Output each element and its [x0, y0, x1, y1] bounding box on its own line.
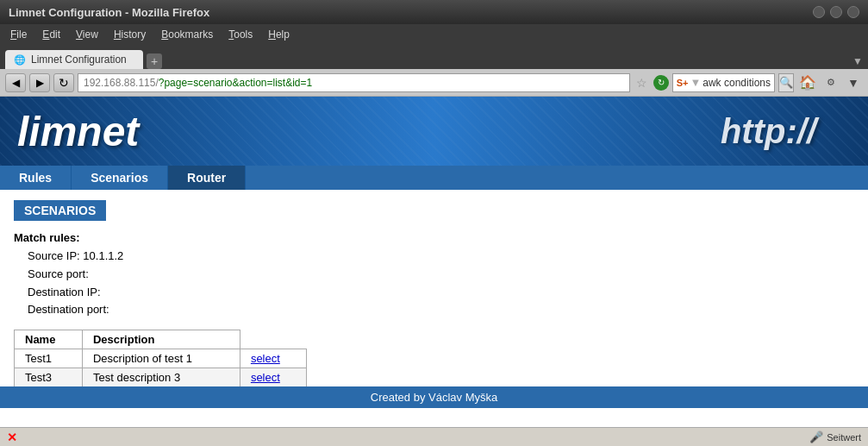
limnet-content: SCENARIOS Match rules: Source IP: 10.1.1…: [0, 190, 868, 398]
menu-file[interactable]: File: [3, 27, 34, 42]
table-cell-description: Description of test 1: [82, 349, 240, 368]
dest-ip-label: Destination IP:: [28, 286, 101, 298]
nav-rules[interactable]: Rules: [0, 166, 72, 190]
search-divider: ▼: [690, 76, 701, 89]
url-bar[interactable]: 192.168.88.115/?page=scenario&action=lis…: [78, 73, 630, 92]
table-cell-action: select: [240, 368, 306, 387]
seitwert-label: Seitwert: [827, 432, 861, 443]
nav-extra-icon[interactable]: ⚙: [821, 73, 840, 92]
match-rules-title: Match rules:: [14, 231, 854, 244]
scenarios-title: SCENARIOS: [14, 200, 106, 221]
table-row: Test3 Test description 3 select: [15, 368, 307, 387]
table-cell-name: Test1: [15, 349, 83, 368]
search-input[interactable]: awk conditions: [703, 77, 771, 89]
new-tab-button[interactable]: +: [147, 53, 162, 69]
window-controls: [813, 6, 859, 18]
limnet-http-text: http://: [721, 112, 816, 151]
search-go-button[interactable]: 🔍: [778, 73, 794, 92]
nav-menu-icon[interactable]: ▼: [844, 73, 863, 92]
limnet-footer: Created by Václav Myška: [0, 386, 868, 408]
nav-scenarios[interactable]: Scenarios: [72, 166, 168, 190]
bookmark-star-icon[interactable]: ☆: [636, 76, 647, 90]
match-rules-section: Match rules: Source IP: 10.1.1.2 Source …: [14, 231, 854, 319]
back-button[interactable]: ◀: [5, 73, 26, 92]
menu-tools[interactable]: Tools: [222, 27, 259, 42]
scenarios-table: Name Description Test1 Description of te…: [14, 330, 307, 387]
menu-edit[interactable]: Edit: [35, 27, 67, 42]
table-header-description: Description: [82, 330, 240, 349]
table-cell-name: Test3: [15, 368, 83, 387]
close-btn[interactable]: [847, 6, 859, 18]
statusbar: ✕ 🎤 Seitwert: [0, 427, 868, 446]
nav-router[interactable]: Router: [168, 166, 246, 190]
refresh-green-icon[interactable]: ↻: [653, 75, 669, 91]
search-engine-icon: S+: [677, 78, 689, 88]
statusbar-right: 🎤 Seitwert: [809, 430, 861, 443]
source-ip-label: Source IP:: [28, 249, 80, 262]
dest-port-label: Destination port:: [28, 303, 109, 316]
dest-port-row: Destination port:: [28, 301, 854, 319]
source-ip-row: Source IP: 10.1.1.2: [28, 248, 854, 266]
tabbar: 🌐 Limnet Configuration + ▼: [0, 45, 868, 69]
search-bar[interactable]: S+ ▼ awk conditions: [672, 73, 775, 92]
status-error-icon: ✕: [7, 430, 17, 444]
source-port-row: Source port:: [28, 266, 854, 284]
limnet-header: limnet http://: [0, 97, 868, 166]
menu-history[interactable]: History: [107, 27, 153, 42]
url-text: 192.168.88.115/?page=scenario&action=lis…: [84, 77, 312, 89]
limnet-nav: Rules Scenarios Router: [0, 166, 868, 190]
limnet-logo: limnet: [0, 108, 139, 155]
microphone-icon: 🎤: [809, 430, 823, 443]
select-link[interactable]: select: [251, 352, 280, 365]
menu-view[interactable]: View: [69, 27, 105, 42]
menu-help[interactable]: Help: [261, 27, 297, 42]
navbar: ◀ ▶ ↻ 192.168.88.115/?page=scenario&acti…: [0, 69, 868, 97]
footer-text: Created by Václav Myška: [371, 391, 497, 404]
tabs-menu-icon[interactable]: ▼: [852, 55, 863, 67]
dest-ip-row: Destination IP:: [28, 284, 854, 302]
titlebar-title: Limnet Configuration - Mozilla Firefox: [9, 6, 209, 19]
refresh-button[interactable]: ↻: [53, 73, 74, 92]
maximize-btn[interactable]: [830, 6, 842, 18]
forward-button[interactable]: ▶: [29, 73, 50, 92]
tab-title: Limnet Configuration: [31, 53, 127, 66]
source-ip-value: 10.1.1.2: [83, 249, 123, 262]
select-link[interactable]: select: [251, 371, 280, 384]
table-row: Test1 Description of test 1 select: [15, 349, 307, 368]
active-tab[interactable]: 🌐 Limnet Configuration: [5, 50, 143, 69]
titlebar: Limnet Configuration - Mozilla Firefox: [0, 0, 868, 24]
menubar: File Edit View History Bookmarks Tools H…: [0, 24, 868, 45]
table-cell-description: Test description 3: [82, 368, 240, 387]
browser-frame: limnet http:// Rules Scenarios Router SC…: [0, 97, 868, 446]
home-button[interactable]: 🏠: [799, 74, 816, 91]
table-cell-action: select: [240, 349, 306, 368]
table-header-name: Name: [15, 330, 83, 349]
menu-bookmarks[interactable]: Bookmarks: [154, 27, 220, 42]
minimize-btn[interactable]: [813, 6, 825, 18]
source-port-label: Source port:: [28, 267, 89, 280]
tab-favicon: 🌐: [14, 54, 26, 66]
page-area: limnet http:// Rules Scenarios Router SC…: [0, 97, 868, 427]
